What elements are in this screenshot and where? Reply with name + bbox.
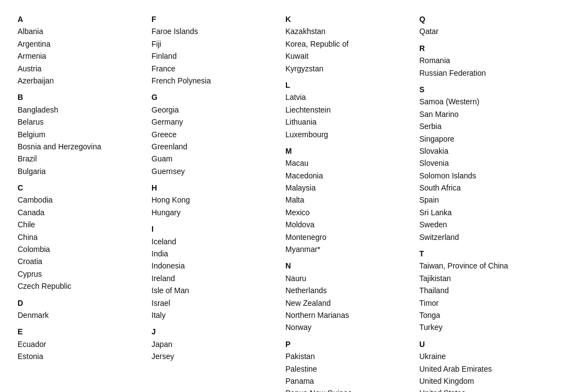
country-item: Timor [419, 297, 544, 309]
country-item: Hungary [151, 206, 277, 219]
letter-header-H: H [151, 182, 277, 194]
country-item: Armenia [18, 50, 143, 62]
country-item: Hong Kong [151, 194, 277, 206]
country-item: Korea, Republic of [285, 38, 411, 50]
country-item: Fiji [151, 38, 277, 50]
country-item: Sweden [419, 219, 544, 231]
country-item: Taiwan, Province of China [419, 260, 544, 272]
country-item: Bulgaria [18, 165, 143, 177]
country-item: Panama [285, 375, 411, 387]
letter-header-N: N [285, 260, 411, 272]
column-2: KKazakhstanKorea, Republic ofKuwaitKyrgy… [285, 13, 411, 392]
country-item: Argentina [18, 38, 143, 50]
country-item: Montenegro [285, 231, 411, 243]
country-item: Solomon Islands [419, 170, 544, 182]
country-item: Palestine [285, 363, 411, 375]
country-item: Tajikistan [419, 272, 544, 284]
letter-header-D: D [18, 297, 143, 309]
letter-header-B: B [18, 91, 143, 103]
letter-header-K: K [285, 13, 411, 25]
country-item: Kuwait [285, 50, 411, 62]
country-item: Romania [419, 54, 544, 66]
country-columns: AAlbaniaArgentinaArmeniaAustriaAzerbaija… [18, 13, 544, 392]
country-item: Malta [285, 194, 411, 206]
country-item: Denmark [18, 309, 143, 321]
country-item: Indonesia [151, 260, 277, 272]
country-item: Greenland [151, 141, 277, 153]
letter-header-A: A [18, 13, 143, 25]
country-item: Netherlands [285, 284, 411, 296]
country-item: Turkey [419, 321, 544, 333]
country-item: France [151, 63, 277, 75]
letter-header-F: F [151, 13, 277, 25]
country-item: Italy [151, 309, 277, 321]
country-item: San Marino [419, 108, 544, 120]
letter-header-Q: Q [419, 13, 544, 25]
letter-header-C: C [18, 182, 143, 194]
country-item: Ukraine [419, 350, 544, 362]
country-item: Colombia [18, 243, 143, 255]
country-item: Northern Marianas [285, 309, 411, 321]
country-item: Georgia [151, 104, 277, 116]
country-item: Malaysia [285, 182, 411, 194]
country-item: Tonga [419, 309, 544, 321]
country-item: Guam [151, 153, 277, 165]
country-item: Belgium [18, 128, 143, 141]
country-item: Greece [151, 128, 277, 141]
country-item: Ireland [151, 272, 277, 284]
country-item: Norway [285, 321, 411, 333]
letter-header-S: S [419, 83, 544, 96]
country-item: Canada [18, 206, 143, 219]
country-item: Isle of Man [151, 284, 277, 296]
country-item: Chile [18, 219, 143, 231]
letter-header-L: L [285, 79, 411, 91]
country-item: Austria [18, 63, 143, 75]
country-item: Finland [151, 50, 277, 62]
country-item: Czech Republic [18, 280, 143, 292]
country-item: Croatia [18, 255, 143, 267]
letter-header-R: R [419, 42, 544, 54]
letter-header-P: P [285, 338, 411, 350]
country-item: Luxembourg [285, 128, 411, 141]
country-item: Cambodia [18, 194, 143, 206]
letter-header-J: J [151, 326, 277, 338]
country-item: Azerbaijan [18, 75, 143, 87]
country-item: French Polynesia [151, 75, 277, 87]
country-item: Japan [151, 338, 277, 350]
letter-header-I: I [151, 223, 277, 235]
country-item: Ecuador [18, 338, 143, 350]
country-item: Slovenia [419, 157, 544, 169]
letter-header-E: E [18, 326, 143, 338]
country-item: Bosnia and Herzegovina [18, 141, 143, 153]
country-item: Sri Lanka [419, 206, 544, 219]
country-item: Spain [419, 194, 544, 206]
country-item: Lithuania [285, 116, 411, 128]
country-item: Papua New Guinea [285, 387, 411, 392]
country-item: Switzerland [419, 231, 544, 243]
letter-header-G: G [151, 91, 277, 103]
country-item: Kyrgyzstan [285, 63, 411, 75]
country-item: Thailand [419, 284, 544, 296]
country-item: Germany [151, 116, 277, 128]
country-item: Belarus [18, 116, 143, 128]
country-item: Moldova [285, 219, 411, 231]
country-item: Myanmar* [285, 243, 411, 255]
country-item: Brazil [18, 153, 143, 165]
country-item: Estonia [18, 350, 143, 362]
country-item: Serbia [419, 120, 544, 132]
country-item: Cyprus [18, 268, 143, 280]
country-item: Liechtenstein [285, 104, 411, 116]
country-item: Kazakhstan [285, 25, 411, 37]
country-item: Guernsey [151, 165, 277, 177]
country-item: Mexico [285, 206, 411, 219]
country-item: Qatar [419, 25, 544, 37]
country-item: Bangladesh [18, 104, 143, 116]
country-item: Pakistan [285, 350, 411, 362]
country-item: Russian Federation [419, 67, 544, 79]
country-item: Macau [285, 157, 411, 169]
country-item: New Zealand [285, 297, 411, 309]
letter-header-U: U [419, 338, 544, 350]
country-item: Nauru [285, 272, 411, 284]
country-item: Singapore [419, 133, 544, 145]
letter-header-T: T [419, 248, 544, 260]
